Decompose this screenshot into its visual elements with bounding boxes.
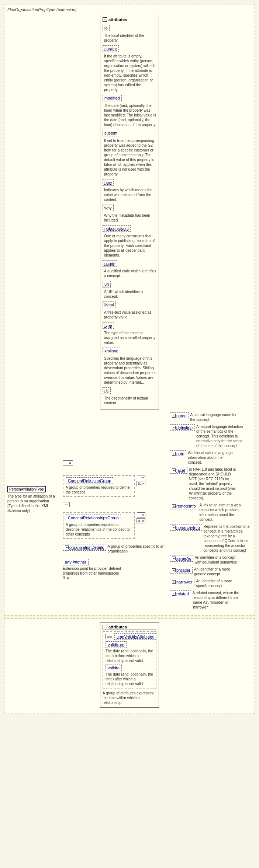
name-icon: + [172, 414, 176, 418]
broader-icon: + [172, 568, 176, 572]
attr-desc-how: Indicates by which means the value was e… [104, 188, 156, 202]
bottom-attributes-header: - attributes [103, 625, 156, 630]
right-item-sameAs: + sameAs An identifier of a concept with… [170, 555, 252, 565]
small-connector-row: — [63, 502, 167, 507]
name-label: name [176, 414, 187, 418]
sequence-row-1: — ∞ [63, 460, 167, 466]
concept-def-mult: —∞ [137, 475, 145, 480]
org-details-box[interactable]: + organisationDetails [63, 544, 106, 551]
remoteInfo-icon: + [172, 504, 176, 508]
concept-def-group-label[interactable]: ConceptDefinitionGroup [66, 477, 113, 484]
related-icon: + [172, 592, 176, 596]
validfrom-desc: The date (and, optionally, the time) bef… [106, 649, 153, 663]
attr-item-type[interactable]: type [103, 322, 114, 329]
org-details-label: organisationDetails [69, 545, 104, 550]
facet-box[interactable]: + facet [170, 467, 187, 474]
right-item-broader: + broader An identifier of a more generi… [170, 567, 252, 576]
attr-item-id[interactable]: id [103, 25, 110, 31]
note-box[interactable]: + note [170, 450, 186, 457]
definition-icon: + [172, 426, 176, 429]
any-other-bottom-box[interactable]: any ##other [63, 559, 89, 565]
concept-rel-mult: —∞ [137, 512, 145, 517]
right-item-definition: + definition A natural language definiti… [170, 424, 252, 448]
attr-desc-type: The type of the concept assigned as cont… [104, 331, 156, 345]
attr-item-creator[interactable]: creator [103, 45, 119, 52]
validto-desc: The date (and, optionally, the time) aft… [106, 672, 153, 686]
attr-desc-literal: A free-text value assigned as property v… [104, 310, 156, 320]
attr-item-how[interactable]: how [103, 179, 114, 186]
concept-rel-group-row: ConceptRelationshipsGroup A group of pro… [63, 512, 167, 539]
attr-item-qcode[interactable]: qcode [103, 260, 117, 267]
validto-box[interactable]: validto [106, 665, 122, 671]
concept-def-connector: —∞ 0..∞ [137, 475, 145, 486]
sameAs-label: sameAs [176, 556, 191, 561]
main-entity-row: PersonAffiliationType The type for an af… [7, 412, 252, 612]
validfrom-box[interactable]: validfrom [106, 641, 127, 648]
concept-rel-connector: —∞ 0..∞ [137, 512, 145, 523]
attr-item-xmllang[interactable]: xmllang [103, 348, 120, 354]
remoteInfo-box[interactable]: + remoteInfo [170, 503, 198, 509]
narrower-desc: An identifier of a more specific concept… [196, 579, 244, 588]
narrower-label: narrower [176, 580, 192, 584]
right-item-facet: + facet In NAR 1.8 and later, facet is d… [170, 467, 252, 501]
related-desc: A related concept, where the relationshi… [193, 590, 241, 610]
attr-item-uri[interactable]: uri [103, 281, 111, 287]
note-desc: Additional natural language information … [188, 450, 236, 465]
facet-icon: + [172, 468, 176, 472]
org-details-desc: A group of properties specific to an org… [108, 544, 167, 554]
sameAs-desc: An identifier of a concept with equivale… [195, 555, 243, 565]
definition-box[interactable]: + definition [170, 424, 195, 431]
note-icon: + [172, 452, 176, 456]
sameAs-icon: + [172, 557, 176, 560]
broader-label: broader [176, 568, 190, 572]
attr-item-literal[interactable]: literal [103, 301, 116, 308]
right-item-narrower: + narrower An identifier of a more speci… [170, 579, 252, 588]
facet-label: facet [176, 468, 185, 473]
right-item-note: + note Additional natural language infor… [170, 450, 252, 465]
attr-item-pubconstraint[interactable]: pubconstraint [103, 225, 131, 232]
concept-rel-group-label[interactable]: ConceptRelationshipsGroup [66, 515, 121, 521]
time-validity-header: grp timeValidityAttributes [106, 633, 153, 640]
bottom-attr-expand-icon[interactable]: - [103, 625, 107, 629]
concept-def-group-box: ConceptDefinitionGroup A group of proper… [63, 475, 135, 497]
any-other-bottom-row: any ##other Extension point for provider… [63, 559, 167, 580]
definition-label: definition [176, 425, 193, 430]
attr-desc-creator: If the attribute is empty, specifies whi… [104, 54, 156, 92]
concept-def-group-row: ConceptDefinitionGroup A group of proper… [63, 475, 167, 497]
attr-item-custom[interactable]: custom [103, 130, 119, 136]
attr-item-dir[interactable]: dir [103, 387, 111, 394]
attr-expand-icon[interactable]: - [103, 17, 107, 22]
org-details-row: + organisationDetails A group of propert… [63, 544, 167, 554]
name-box[interactable]: + name [170, 412, 189, 419]
person-affiliation-type-box[interactable]: PersonAffiliationType [7, 486, 46, 492]
main-container: FlexOrganisationPropType (extension) - a… [0, 0, 259, 718]
seq-connector-1: — ∞ [63, 460, 73, 466]
hierarchyInfo-label: hierarchyInfo [176, 525, 200, 530]
attr-item-modified[interactable]: modified [103, 95, 122, 101]
concept-rel-group-desc: A group of properties required to descri… [66, 522, 132, 537]
attributes-label: attributes [108, 17, 127, 22]
remoteInfo-label: remoteInfo [176, 504, 196, 508]
validfrom-item: validfrom The date (and, optionally, the… [106, 641, 153, 663]
related-box[interactable]: + related [170, 590, 191, 597]
narrower-box[interactable]: + narrower [170, 579, 194, 585]
narrower-icon: + [172, 580, 176, 584]
broader-box[interactable]: + broader [170, 567, 193, 574]
facet-desc: In NAR 1.8 and later, facet is deprecate… [189, 467, 237, 501]
right-item-remoteInfo: + remoteInfo A link to an item or a web … [170, 503, 252, 522]
hierarchyInfo-box[interactable]: + hierarchyInfo [170, 524, 202, 531]
concept-def-group-desc: A group of properties required to define… [66, 485, 132, 495]
schema-title: FlexOrganisationPropType (extension) [7, 7, 252, 12]
concept-rel-group-box: ConceptRelationshipsGroup A group of pro… [63, 512, 135, 539]
right-item-hierarchyInfo: + hierarchyInfo Represents the position … [170, 524, 252, 553]
attr-desc-qcode: A qualified code which identifies a conc… [104, 269, 156, 278]
attr-desc-dir: The directionality of textual content. [104, 396, 156, 405]
seq-box-1: — ∞ [63, 460, 73, 466]
attr-item-why[interactable]: why [103, 205, 114, 211]
small-seq-box: — [63, 502, 70, 507]
remoteInfo-desc: A link to an item or a web resource whic… [200, 503, 248, 522]
time-validity-label[interactable]: timeValidityAttributes [114, 633, 156, 640]
sameAs-box[interactable]: + sameAs [170, 555, 193, 562]
attributes-list: id The local identifier of the property.… [103, 24, 156, 405]
grp-label: grp [106, 634, 113, 639]
